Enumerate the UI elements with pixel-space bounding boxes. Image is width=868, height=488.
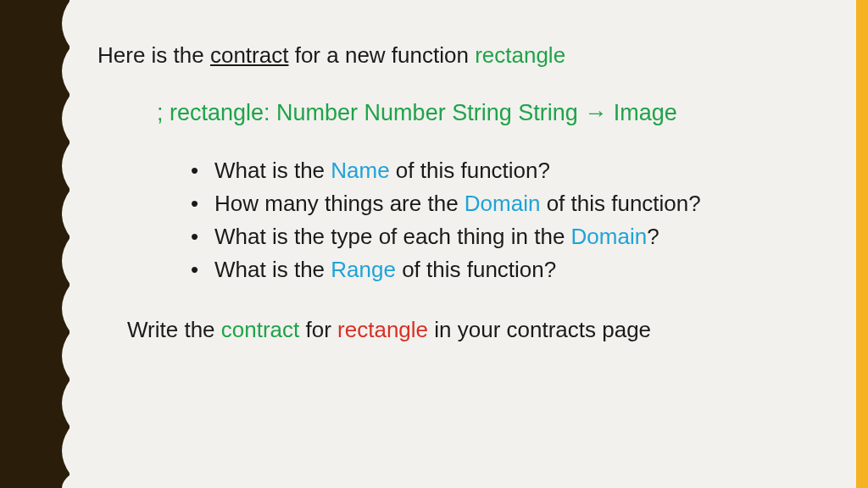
- bullet-pre: What is the type of each thing in the: [214, 224, 571, 249]
- instr-t3: in your contracts page: [428, 317, 651, 342]
- instr-contract: contract: [221, 317, 300, 342]
- bullet-highlight: Domain: [571, 224, 648, 249]
- list-item: What is the Name of this function?: [191, 156, 834, 186]
- instruction-line: Write the contract for rectangle in your…: [127, 315, 834, 345]
- arrow-icon: →: [584, 100, 607, 125]
- list-item: How many things are the Domain of this f…: [191, 189, 834, 219]
- bullet-post: of this function?: [540, 191, 700, 216]
- bullet-post: ?: [647, 224, 659, 249]
- instr-rectangle: rectangle: [337, 317, 428, 342]
- sig-suffix: Image: [607, 100, 677, 125]
- question-list: What is the Name of this function? How m…: [191, 156, 834, 285]
- slide-content: Here is the contract for a new function …: [97, 41, 834, 345]
- intro-line: Here is the contract for a new function …: [97, 41, 834, 70]
- bullet-highlight: Range: [331, 257, 396, 282]
- bullet-post: of this function?: [390, 158, 550, 183]
- instr-t1: Write the: [127, 317, 221, 342]
- intro-mid: for a new function: [288, 42, 475, 68]
- bullet-pre: What is the: [214, 257, 331, 282]
- bullet-pre: What is the: [214, 158, 331, 183]
- intro-pre: Here is the: [97, 42, 210, 68]
- left-scallop-decoration: [0, 0, 70, 488]
- contract-signature: ; rectangle: Number Number String String…: [157, 97, 834, 128]
- right-accent-bar: [856, 0, 868, 488]
- intro-underlined: contract: [210, 42, 289, 68]
- bullet-highlight: Name: [331, 158, 389, 183]
- list-item: What is the type of each thing in the Do…: [191, 222, 834, 252]
- intro-funcname: rectangle: [475, 42, 565, 68]
- instr-t2: for: [299, 317, 337, 342]
- list-item: What is the Range of this function?: [191, 255, 834, 285]
- bullet-pre: How many things are the: [214, 191, 465, 216]
- bullet-post: of this function?: [396, 257, 556, 282]
- sig-prefix: ; rectangle: Number Number String String: [157, 100, 584, 125]
- bullet-highlight: Domain: [465, 191, 541, 216]
